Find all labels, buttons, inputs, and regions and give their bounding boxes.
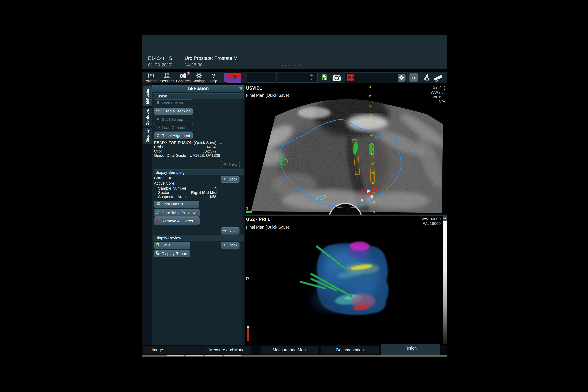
sector-value: Right Mid Mid <box>154 190 217 195</box>
help-icon: ? <box>207 72 220 79</box>
grayscale-bar[interactable] <box>443 221 447 344</box>
toolbar-captures-button[interactable]: 1 Captures <box>176 72 191 83</box>
ultrasound-2d-viewport[interactable]: USVID1 Final Plan (Quick Save) 0 (of 1) … <box>245 84 447 214</box>
window-handle-oval[interactable] <box>294 63 300 66</box>
probe-button[interactable] <box>423 74 431 82</box>
toolbar-help-button[interactable]: ? Help <box>207 72 220 83</box>
orientation-right-label: R <box>246 276 249 281</box>
core-table-preview-button[interactable]: Core Table Preview <box>154 209 200 217</box>
panel-title: bkFusion ✖ <box>152 85 244 92</box>
remove-all-cores-button[interactable]: Remove All Cores <box>154 218 200 225</box>
tab-measure-and-mark-1[interactable]: Measure and Mark <box>201 346 251 354</box>
layout-thumbnail[interactable]: 5 6 <box>224 72 241 82</box>
toolbar-sessions-button[interactable]: Sessions <box>160 72 174 83</box>
display-report-button[interactable]: Display Report <box>154 250 190 257</box>
fusion-next-button[interactable]: Next <box>221 161 240 168</box>
biopsy-grid-icon[interactable] <box>347 74 355 82</box>
save-button[interactable]: Save <box>154 242 190 249</box>
core-list-icon <box>154 202 162 207</box>
tab-documentation[interactable]: Documentation <box>321 346 379 354</box>
patient-flag: S <box>169 56 172 61</box>
toolbar-settings-label: Settings <box>192 79 206 83</box>
expand-toolbar-button[interactable]: » <box>410 73 418 82</box>
lesion-magenta <box>350 242 370 251</box>
fusion-status-line: READY FOR FUSION (Quick Save) -... <box>154 140 222 145</box>
viewport-bottom-plan: Final Plan (Quick Save) <box>246 225 289 230</box>
side-tab-contours[interactable]: Contours <box>143 108 152 126</box>
panel-close-icon[interactable]: ✖ <box>239 85 243 92</box>
play-icon <box>154 117 162 122</box>
toolbar-field-2[interactable]: ⊘ ✖ <box>278 73 318 82</box>
suspected-area-value: N/A <box>154 194 217 199</box>
back-arrow-icon <box>221 243 228 248</box>
side-tab-display[interactable]: Display <box>143 128 152 144</box>
snapshot-button[interactable] <box>332 74 341 82</box>
disable-tracking-button[interactable]: Disable Tracking <box>154 108 192 115</box>
announcement-button[interactable] <box>433 73 443 82</box>
prostate-3d-model <box>245 216 447 344</box>
viewport-top-meta: 0 (of 1) WW null WL null N/A <box>431 86 445 104</box>
main-toolbar: Patients Sessions 1 Captures Settings ? … <box>142 72 447 83</box>
camera-icon: 1 <box>176 72 191 79</box>
toolbar-field-1[interactable] <box>247 73 275 82</box>
contrast-gear-button[interactable] <box>443 216 447 221</box>
ultrasound-2d-image <box>245 84 447 214</box>
biopsy-review-header: Biopsy Review <box>153 236 244 241</box>
toolbar-patients-button[interactable]: Patients <box>144 72 158 83</box>
window-width: WW 30000 <box>421 217 441 221</box>
sampling-next-button[interactable]: Next <box>221 227 240 234</box>
save-capture-button[interactable] <box>321 74 328 82</box>
floppy-save-icon <box>154 243 162 248</box>
next-arrow-icon <box>221 162 229 167</box>
start-sweep-button[interactable]: Start Sweep <box>154 116 193 123</box>
target-dot <box>282 158 283 159</box>
cores-label: Cores:: <box>154 176 166 180</box>
study-date: 01-03-2017 <box>148 62 172 68</box>
viewport-top-source: USVID1 <box>246 86 262 91</box>
sweep-marker-bar <box>246 211 252 212</box>
patient-icon <box>144 72 158 79</box>
patient-id: E14C4t <box>148 56 164 61</box>
probe-value: E14C4t <box>154 145 217 149</box>
lock-icon <box>154 101 162 106</box>
application-window: E14C4t S Uro Prostate: Prostate M 01-03-… <box>142 34 447 356</box>
load-contours-button[interactable]: Load Contours <box>154 124 193 132</box>
review-back-button[interactable]: Back <box>221 242 240 249</box>
tab-measure-and-mark-2[interactable]: Measure and Mark <box>261 346 318 354</box>
tab-image[interactable]: Image <box>142 346 209 354</box>
toolbar-settings-button[interactable]: Settings <box>192 72 206 83</box>
viewport-bottom-source: US2 - PRI 1 <box>246 217 270 222</box>
side-tab-strip: bkFusion Contours Display <box>142 83 152 345</box>
guide-line: Guide: Dual Guide - UA1328, UA1329 <box>154 153 220 158</box>
orientation-figure <box>246 326 250 341</box>
next-arrow-icon <box>221 228 228 233</box>
bottom-tab-bar: Image Measure and Mark Measure and Mark … <box>142 345 447 355</box>
study-time: 14:28:30 <box>184 62 202 68</box>
window-handle-dots <box>282 64 290 67</box>
probe-icon <box>423 79 431 82</box>
toolbar-captures-label: Captures <box>176 79 190 83</box>
bottom-accent-bar <box>142 355 447 356</box>
gear-icon <box>192 72 206 79</box>
viewport-top-plan: Final Plan (Quick Save) <box>246 93 289 98</box>
sessions-icon <box>160 72 174 79</box>
megaphone-icon <box>433 79 443 82</box>
clear-icon[interactable]: ✖ <box>308 78 315 82</box>
patient-banner: E14C4t S Uro Prostate: Prostate M 01-03-… <box>142 34 447 69</box>
model-3d-viewport[interactable]: US2 - PRI 1 Final Plan (Quick Save) WW 3… <box>245 216 447 344</box>
side-tab-bkfusion[interactable]: bkFusion <box>143 86 152 106</box>
window-level: WL 15000 <box>421 221 441 226</box>
undo-icon <box>154 133 162 138</box>
core-details-button[interactable]: Core Details <box>154 201 199 208</box>
sampling-back-button[interactable]: Back <box>221 176 240 183</box>
frame-counter: 0 (of 1) <box>431 86 445 90</box>
grid-settings-button[interactable] <box>398 74 406 82</box>
toolbar-sessions-label: Sessions <box>160 79 174 83</box>
floppy-save-icon <box>321 78 328 82</box>
reset-alignment-button[interactable]: Reset Alignment <box>154 132 192 139</box>
needle-icon <box>154 210 162 216</box>
fusion-section-header: Fusion <box>153 94 244 99</box>
lock-fusion-button[interactable]: Lock Fusion <box>154 100 193 107</box>
captures-badge: 1 <box>187 72 190 75</box>
annotate-icon[interactable]: ⊘ <box>308 73 315 77</box>
